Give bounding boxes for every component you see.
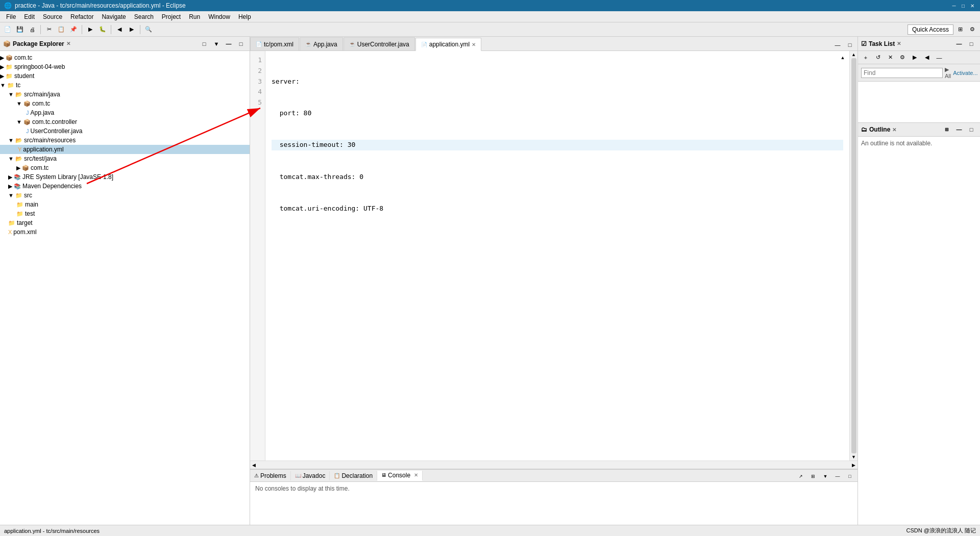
close-button[interactable]: ✕ [969, 2, 976, 9]
task-list-close-icon[interactable]: ✕ [897, 41, 901, 46]
bottom-tabs: ⚠ Problems 📖 Javadoc 📋 Declaration 🖥 Con… [250, 470, 857, 482]
menu-navigate[interactable]: Navigate [97, 12, 130, 21]
menu-file[interactable]: File [2, 12, 20, 21]
task-maximize-btn[interactable]: □ [966, 38, 977, 49]
tab-console[interactable]: 🖥 Console ✕ [377, 471, 423, 481]
scroll-right-arrow[interactable]: ▶ [850, 461, 857, 469]
task-filter-btn[interactable]: ⚙ [897, 52, 908, 63]
outline-minimize-btn[interactable]: — [953, 124, 965, 135]
toolbar-settings[interactable]: ⚙ [967, 24, 978, 35]
outline-close-icon[interactable]: ✕ [892, 127, 896, 133]
task-delete-btn[interactable]: ✕ [885, 52, 896, 63]
scroll-track[interactable] [258, 461, 850, 469]
pkg-maximize-btn[interactable]: □ [235, 38, 247, 49]
tab-declaration[interactable]: 📋 Declaration [330, 471, 377, 480]
menu-search[interactable]: Search [130, 12, 158, 21]
tab-usercontroller-java[interactable]: ☕ UserController.java [344, 37, 415, 50]
editor-content[interactable]: 1 2 3 4 5 server: port: 80 session-timeo… [250, 51, 849, 461]
toolbar-debug[interactable]: 🐛 [97, 24, 108, 35]
package-explorer-controls: □ ▼ — □ [199, 38, 247, 49]
scroll-down-arrow[interactable]: ▼ [851, 454, 856, 460]
outline-maximize-btn[interactable]: □ [966, 124, 977, 135]
task-collapse-btn[interactable]: — [934, 52, 945, 63]
task-minimize-btn[interactable]: — [953, 38, 965, 49]
tab-app-java[interactable]: ☕ App.java [300, 37, 343, 50]
menu-window[interactable]: Window [204, 12, 234, 21]
menu-run[interactable]: Run [185, 12, 204, 21]
tab-javadoc[interactable]: 📖 Javadoc [291, 471, 330, 480]
tab-close-icon[interactable]: ✕ [472, 42, 476, 47]
tree-item-jre[interactable]: ▶ 📚 JRE System Library [JavaSE-1.8] [0, 172, 250, 182]
tree-item-src-test-java[interactable]: ▼ 📂 src/test/java [0, 154, 250, 163]
menu-edit[interactable]: Edit [20, 12, 39, 21]
scroll-up-btn[interactable]: ▲ [837, 52, 848, 63]
toolbar-run[interactable]: ▶ [85, 24, 96, 35]
task-find-input[interactable] [861, 68, 943, 78]
menu-project[interactable]: Project [158, 12, 185, 21]
tree-item-test[interactable]: 📁 test [0, 209, 250, 218]
scroll-left-arrow[interactable]: ◀ [250, 461, 258, 469]
tree-item-com-tc-3[interactable]: ▶ 📦 com.tc [0, 163, 250, 172]
toolbar-save[interactable]: 💾 [14, 24, 26, 35]
toolbar-perspective[interactable]: ⊞ [954, 24, 966, 35]
toolbar-cut[interactable]: ✂ [43, 24, 55, 35]
tree-item-com-tc-controller[interactable]: ▼ 📦 com.tc.controller [0, 117, 250, 126]
toolbar-print[interactable]: 🖨 [27, 24, 38, 35]
scroll-up-arrow[interactable]: ▲ [851, 52, 856, 57]
tree-item-tc[interactable]: ▼ 📁 tc [0, 81, 250, 90]
task-activate-link[interactable]: Activate... [953, 70, 977, 76]
task-backward-btn[interactable]: ◀ [921, 52, 933, 63]
code-line-2: port: 80 [272, 108, 843, 119]
code-content[interactable]: server: port: 80 session-timeout: 30 tom… [265, 51, 849, 461]
task-forward-btn[interactable]: ▶ [909, 52, 920, 63]
console-minimize-btn[interactable]: — [832, 471, 843, 482]
tree-item-usercontroller[interactable]: J UserController.java [0, 126, 250, 136]
pkg-collapse-btn[interactable]: □ [199, 38, 210, 49]
tree-item-com-tc-2[interactable]: ▼ 📦 com.tc [0, 99, 250, 108]
vertical-scrollbar[interactable]: ▲ ▼ [849, 51, 857, 461]
toolbar-copy[interactable]: 📋 [56, 24, 67, 35]
toolbar-new[interactable]: 📄 [2, 24, 13, 35]
toolbar-paste[interactable]: 📌 [68, 24, 79, 35]
console-maximize-btn[interactable]: □ [844, 471, 855, 482]
tab-pom-xml[interactable]: 📄 tc/pom.xml [250, 37, 299, 50]
tree-item-application-yml[interactable]: Y application.yml [0, 145, 250, 154]
menu-help[interactable]: Help [234, 12, 255, 21]
minimize-button[interactable]: ─ [950, 2, 958, 9]
editor-minimize-btn[interactable]: — [832, 39, 843, 50]
tree-item-springboot[interactable]: ▶ 📁 springboot-04-web [0, 62, 250, 71]
quick-access-button[interactable]: Quick Access [908, 24, 953, 35]
pkg-minimize-btn[interactable]: — [223, 38, 234, 49]
maximize-button[interactable]: □ [960, 2, 967, 9]
outline-btn-1[interactable]: ⊞ [941, 124, 952, 135]
menu-refactor[interactable]: Refactor [66, 12, 97, 21]
menu-source[interactable]: Source [39, 12, 66, 21]
tree-item-pom-xml[interactable]: X pom.xml [0, 227, 250, 237]
tree-item-target[interactable]: 📁 target [0, 218, 250, 227]
tab-application-yml[interactable]: 📄 application.yml ✕ [415, 38, 481, 51]
scroll-thumb[interactable] [851, 58, 856, 453]
tab-problems[interactable]: ⚠ Problems [250, 471, 291, 480]
console-btn-1[interactable]: ↗ [795, 471, 806, 482]
tree-item-student[interactable]: ▶ 📁 student [0, 71, 250, 81]
task-new-btn[interactable]: + [860, 52, 871, 63]
task-refresh-btn[interactable]: ↺ [872, 52, 884, 63]
line-numbers: 1 2 3 4 5 [250, 51, 265, 461]
editor-maximize-btn[interactable]: □ [844, 39, 855, 50]
toolbar-back[interactable]: ◀ [114, 24, 125, 35]
toolbar-search[interactable]: 🔍 [143, 24, 154, 35]
console-btn-3[interactable]: ▼ [820, 471, 831, 482]
tree-item-main[interactable]: 📁 main [0, 200, 250, 209]
toolbar-forward[interactable]: ▶ [126, 24, 137, 35]
tree-item-maven-deps[interactable]: ▶ 📚 Maven Dependencies [0, 182, 250, 191]
tree-item-src-main-resources[interactable]: ▼ 📂 src/main/resources [0, 136, 250, 145]
tree-item-com-tc[interactable]: ▶ 📦 com.tc [0, 53, 250, 62]
tree-item-src[interactable]: ▼ 📁 src [0, 191, 250, 200]
package-explorer-close-icon[interactable]: ✕ [66, 41, 70, 46]
src-folder-icon: 📂 [15, 91, 22, 98]
tree-item-app-java[interactable]: J App.java [0, 108, 250, 117]
console-close-icon[interactable]: ✕ [414, 472, 418, 478]
pkg-menu-btn[interactable]: ▼ [211, 38, 222, 49]
console-btn-2[interactable]: ⊞ [807, 471, 819, 482]
tree-item-src-main-java[interactable]: ▼ 📂 src/main/java [0, 90, 250, 99]
